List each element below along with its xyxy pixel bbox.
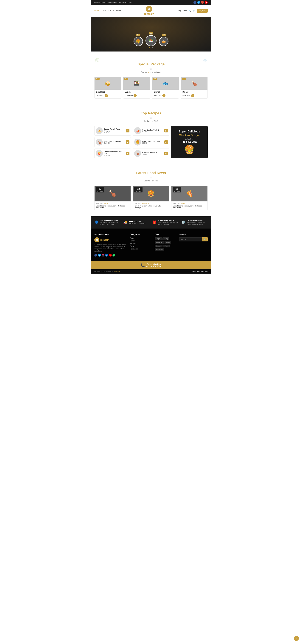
footer-cat-pizza[interactable]: Pizza xyxy=(130,246,151,247)
package-dinner: 🍗 Sale Dinner Read More › xyxy=(181,77,208,98)
footer-linkedin-icon[interactable]: in xyxy=(105,254,108,256)
recipe-price-5: $89.00 xyxy=(142,142,163,144)
footer-cat-fastfood[interactable]: Fast Food xyxy=(130,243,151,244)
feature-shipping-text: Free Shipping Mon to Sat: 10 Am - 6 Pm xyxy=(129,220,145,224)
news-card-3: 🍕 11 MAY 2022 MAY 2022 Family Broad bean… xyxy=(171,186,208,210)
tag-burger[interactable]: Burger xyxy=(154,237,162,240)
news-body-2: MAY 2022 Fast Food Greek yogurt breakfas… xyxy=(133,202,169,210)
feature-return: 🎁 7 Days Easy Return Product Any Fault W… xyxy=(152,220,179,226)
twitter-icon[interactable]: t xyxy=(197,1,200,4)
package-lunch: 🍱 Sale Lunch Read More › xyxy=(123,77,150,98)
tag-restaurant[interactable]: Restaurant xyxy=(154,248,164,251)
promo-call-label: Call Us Now: xyxy=(185,138,194,140)
read-more-arrow-breakfast: › xyxy=(105,94,108,97)
feature-return-text: 7 Days Easy Return Product Any Fault Wit… xyxy=(158,220,179,226)
top-bar: Opening Hours : 10 Am to 6 PM +91 123 45… xyxy=(91,0,211,5)
hero-dot-2[interactable] xyxy=(151,48,151,48)
recipe-add-3[interactable]: ▶ xyxy=(126,152,130,155)
footer-cat-restaurant[interactable]: Restaurant xyxy=(130,248,151,250)
recipes-left: 🍝 Bacon Runch Pasta Freash $19.00 ▶ 🍗 Pa… xyxy=(94,126,131,158)
search-icon[interactable]: 🔍 xyxy=(189,10,191,12)
amex-icon: AE xyxy=(205,270,208,272)
sale-badge-brunch: Sale xyxy=(153,78,157,80)
footer-about: About Company 🍽️ RRasam A reader will be… xyxy=(94,233,127,256)
hero-img-1: 🍔 xyxy=(134,37,143,46)
hero-price-3: $99 xyxy=(161,34,166,36)
recipe-img-1: 🍝 xyxy=(96,127,103,134)
hero-dot-3[interactable] xyxy=(152,48,153,48)
news-title-2: Greek yogurt breakfast bowls with toppin… xyxy=(135,205,167,209)
recipe-img-2: 🍗 xyxy=(96,138,103,146)
nav-link-about[interactable]: About xyxy=(101,10,106,12)
footer-whatsapp-icon[interactable]: w xyxy=(113,254,115,256)
package-body-lunch: Lunch Read More › xyxy=(123,90,150,98)
recipe-add-1[interactable]: ▶ xyxy=(126,129,130,132)
nav-link-pro[interactable]: Get Pro Version xyxy=(109,10,121,12)
tag-foods[interactable]: Foods xyxy=(164,241,171,244)
special-package-icon: 🍽️ xyxy=(94,67,208,70)
recipe-add-4[interactable]: ▶ xyxy=(164,129,168,132)
news-card-2: 🍔 12 MAY 2022 MAY 2022 Fast Food Greek y… xyxy=(133,186,169,210)
recipe-name-6: Chicken Rosted 1 xyxy=(142,152,163,154)
googleplus-icon[interactable]: g+ xyxy=(201,1,204,4)
special-package-title: Special Package xyxy=(94,62,208,66)
package-body-breakfast: Breakfast Read More › xyxy=(95,90,121,98)
footer-tags: Tags Burger Family Fast Food Foods Outdo… xyxy=(154,233,176,256)
tag-outdoor[interactable]: Outdoor xyxy=(154,244,163,248)
recipe-info-4: Slow Cooker Chile 2 $29.00 xyxy=(142,129,163,132)
recipe-add-5[interactable]: ▶ xyxy=(164,140,168,144)
nav-left-links: Home About Get Pro Version xyxy=(94,10,121,12)
facebook-icon[interactable]: f xyxy=(193,1,196,4)
recipe-img-3: 🍟 xyxy=(96,150,103,157)
logo-icon: 🍽️ xyxy=(146,6,152,12)
copyright-brand-link[interactable]: Justomize xyxy=(114,271,120,272)
footer-cat-burger[interactable]: Burger xyxy=(130,237,151,239)
footer-facebook-icon[interactable]: f xyxy=(94,254,97,256)
nav-link-home[interactable]: Home xyxy=(94,10,99,12)
read-more-lunch[interactable]: Read More › xyxy=(125,94,148,97)
hero-dots xyxy=(149,48,153,48)
footer-search-button[interactable]: 🔍 xyxy=(202,237,208,242)
news-date-badge-2: 12 MAY 2022 xyxy=(134,187,143,192)
recipe-name-4: Slow Cooker Chile 2 xyxy=(142,129,163,131)
buy-now-button[interactable]: Buy Now xyxy=(197,9,208,12)
shipping-icon: 🚚 xyxy=(123,220,128,224)
read-more-breakfast[interactable]: Read More › xyxy=(96,94,120,97)
top-bar-left: Opening Hours : 10 Am to 6 PM +91 123 45… xyxy=(94,2,132,3)
payment-icons: VISA Pay MC AE xyxy=(192,270,208,272)
read-more-brunch[interactable]: Read More › xyxy=(154,94,177,97)
package-body-brunch: Brunch Read More › xyxy=(152,90,179,98)
footer-search-input[interactable] xyxy=(179,237,202,242)
news-meta-1: MAY 2022 Burger xyxy=(96,203,129,204)
footer-youtube-icon[interactable]: ▶ xyxy=(109,254,112,256)
recipe-img-6: 🍗 xyxy=(134,150,141,157)
recipe-card-6: 🍗 Chicken Rosted 1 $99.00 ▶ xyxy=(133,148,169,158)
news-meta-2: MAY 2022 Fast Food xyxy=(135,203,167,204)
footer-instagram-icon[interactable]: 📷 xyxy=(102,254,104,256)
recipe-add-2[interactable]: ▶ xyxy=(126,140,130,144)
footer-logo: 🍽️ RRasam xyxy=(94,237,127,242)
recipes-grid: 🍝 Bacon Runch Pasta Freash $19.00 ▶ 🍗 Pa… xyxy=(94,126,208,158)
news-img-2: 🍔 12 MAY 2022 xyxy=(133,186,169,202)
hero-item-3: $99 🥧 xyxy=(159,34,168,46)
return-icon: 🎁 xyxy=(152,220,156,224)
tag-fastfood[interactable]: Fast Food xyxy=(154,241,164,244)
cart-icon[interactable]: 🛒 xyxy=(193,10,195,12)
youtube-icon[interactable]: ▶ xyxy=(205,1,208,4)
tag-family[interactable]: Family xyxy=(162,237,169,240)
nav-link-shop[interactable]: Shop xyxy=(183,10,187,12)
recipe-add-6[interactable]: ▶ xyxy=(164,152,168,155)
features-bar: 👤 24/7 Friendly Support Our Support Team… xyxy=(91,216,211,228)
footer-cat-family[interactable]: Family xyxy=(130,240,151,242)
nav-link-blog[interactable]: Blog xyxy=(177,10,181,12)
tag-pizza[interactable]: Pizza xyxy=(163,244,169,248)
news-title-3: Broad beans, tomato, garlic & cheese bru… xyxy=(173,205,206,209)
top-recipes-title: Top Recipes xyxy=(94,111,208,115)
recipe-card-5: 🍔 Craft Burgers Freash $89.00 ▶ xyxy=(133,137,169,147)
promo-phone: +123 456 7890 xyxy=(181,140,197,143)
footer-twitter-icon[interactable]: t xyxy=(98,254,101,256)
read-more-dinner[interactable]: Read More › xyxy=(182,94,206,97)
recipe-card-4: 🌶️ Slow Cooker Chile 2 $29.00 ▶ xyxy=(133,126,169,136)
hero-dot-1[interactable] xyxy=(149,48,150,48)
top-recipes-section: Top Recipes 🍽️ Our Talented Chefs 🍝 Baco… xyxy=(91,105,211,164)
